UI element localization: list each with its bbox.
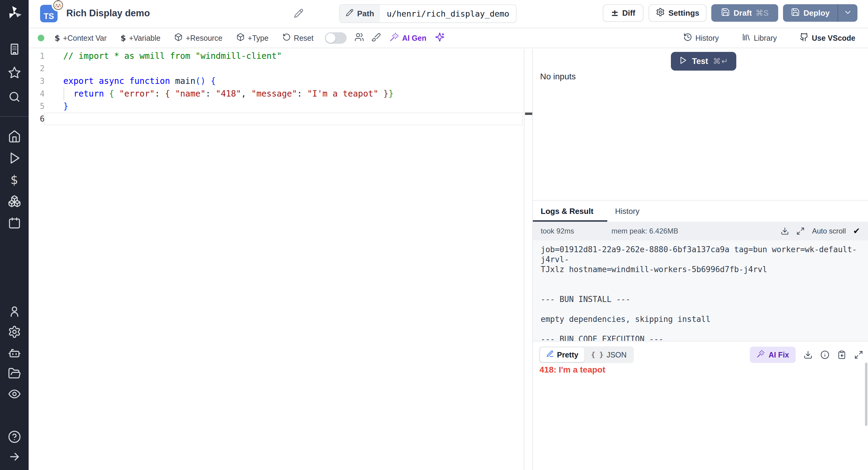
toolbar-item-label: +Type: [248, 34, 269, 42]
logs-output: job=01912d81-22a9-262e-8880-6bf3a137ca9a…: [533, 240, 868, 341]
ai-gen-label: AI Gen: [402, 34, 427, 42]
workers-robot-icon[interactable]: [7, 346, 22, 360]
edit-summary-pencil-icon[interactable]: [294, 8, 304, 19]
code-line[interactable]: 3export async function main() {: [29, 75, 532, 87]
line-number: 3: [29, 77, 44, 86]
status-dot: [38, 35, 44, 41]
ai-gen-button[interactable]: AI Gen: [384, 30, 431, 46]
log-actions: Auto scroll ✔: [781, 227, 860, 235]
download-logs-icon[interactable]: [781, 227, 789, 235]
deploy-button-label: Deploy: [804, 8, 830, 18]
toolbar-use-vscode-button[interactable]: Use VScode: [795, 30, 860, 46]
code-line[interactable]: 4 return { "error": { "name": "418", "me…: [29, 87, 532, 100]
toolbar-items: $+Context Var$+Variable+Resource+TypeRes…: [50, 30, 318, 46]
code-line-content: export async function main() {: [63, 76, 216, 86]
audit-eye-icon[interactable]: [7, 387, 22, 401]
path-label-segment[interactable]: Path: [340, 5, 380, 22]
editor-toolbar: $+Context Var$+Variable+Resource+TypeRes…: [29, 28, 868, 48]
folders-icon[interactable]: [7, 366, 22, 380]
diff-button[interactable]: ± Diff: [603, 4, 644, 22]
toolbar-item-label: +Context Var: [63, 34, 107, 42]
dollar-icon: $: [55, 34, 60, 42]
save-icon: [791, 7, 800, 19]
result-scrollbar[interactable]: [865, 362, 867, 426]
library-icon: [742, 33, 751, 43]
info-icon[interactable]: [820, 350, 830, 359]
path-label: Path: [357, 9, 374, 19]
pretty-tab[interactable]: Pretty: [540, 348, 584, 362]
test-button[interactable]: Test ⌘↵: [671, 52, 736, 70]
editor-overview-ruler[interactable]: [524, 49, 533, 470]
typescript-badge-label: TS: [44, 12, 54, 21]
json-tab[interactable]: { } JSON: [585, 348, 632, 362]
toolbar-context-var-button[interactable]: $+Context Var: [50, 31, 112, 45]
variables-dollar-icon[interactable]: $: [7, 173, 22, 187]
settings-button-label: Settings: [669, 8, 700, 18]
plus-minus-icon: ±: [611, 8, 618, 18]
toolbar-type-button[interactable]: +Type: [231, 30, 273, 46]
code-line[interactable]: 6: [29, 113, 532, 125]
baby-emoji-icon: [52, 0, 65, 11]
tab-history[interactable]: History: [607, 201, 653, 222]
resources-boxes-icon[interactable]: [7, 194, 22, 208]
code-line[interactable]: 1// import * as wmill from "windmill-cli…: [29, 50, 532, 62]
toolbar-item-label: Use VScode: [812, 34, 855, 42]
favorites-star-icon[interactable]: [7, 66, 22, 80]
toolbar-history-button[interactable]: History: [678, 30, 724, 46]
line-number: 2: [29, 64, 44, 73]
draft-button-label: Draft: [734, 8, 752, 18]
test-shortcut: ⌘↵: [713, 57, 729, 66]
settings-gear-icon[interactable]: [7, 325, 22, 339]
pen-icon: [546, 350, 554, 360]
windmill-logo-icon[interactable]: [7, 5, 22, 22]
toolbar-variable-button[interactable]: $+Variable: [116, 31, 165, 45]
search-icon[interactable]: [7, 90, 22, 104]
download-result-icon[interactable]: [804, 350, 812, 359]
toggle-knob: [326, 33, 336, 43]
settings-button[interactable]: Settings: [649, 4, 707, 22]
user-icon[interactable]: [7, 304, 22, 318]
toolbar-library-button[interactable]: Library: [737, 30, 781, 46]
package-icon: [174, 33, 183, 43]
expand-arrow-icon[interactable]: [7, 450, 22, 464]
copy-result-icon[interactable]: [837, 350, 846, 359]
toolbar-reset-button[interactable]: Reset: [278, 30, 318, 46]
line-number: 6: [29, 114, 44, 123]
tab-logs-result[interactable]: Logs & Result: [533, 201, 607, 222]
toolbar-resource-button[interactable]: +Resource: [169, 30, 227, 46]
toolbar-item-label: Library: [754, 34, 777, 42]
home-icon[interactable]: [7, 129, 22, 143]
auto-scroll-label[interactable]: Auto scroll: [812, 227, 846, 235]
deploy-dropdown-button[interactable]: [838, 4, 858, 22]
code-editor[interactable]: 1// import * as wmill from "windmill-cli…: [29, 49, 532, 470]
overview-cursor-mark: [525, 113, 533, 115]
runs-play-icon[interactable]: [7, 151, 22, 165]
code-line[interactable]: 2: [29, 62, 532, 75]
ai-sparkles-button[interactable]: [431, 30, 448, 46]
save-icon: [721, 7, 730, 19]
run-status-bar: took 92ms mem peak: 6.426MB Auto scroll …: [533, 222, 868, 240]
expand-result-icon[interactable]: [854, 350, 863, 359]
draft-button[interactable]: Draft ⌘S: [711, 4, 778, 22]
dollar-icon: $: [121, 34, 126, 42]
result-error-text: 418: I'm a teapot: [539, 365, 605, 375]
multiplayer-users-icon[interactable]: [351, 30, 368, 46]
ai-fix-button[interactable]: AI Fix: [750, 347, 796, 363]
wand-icon: [390, 32, 399, 44]
format-code-brush-icon[interactable]: [368, 30, 384, 46]
sparkles-icon: [435, 32, 444, 44]
line-number: 5: [29, 102, 44, 111]
diff-mode-toggle[interactable]: [325, 32, 347, 44]
schedules-calendar-icon[interactable]: [7, 216, 22, 230]
wand-icon: [756, 350, 765, 360]
expand-logs-icon[interactable]: [796, 227, 805, 235]
code-line[interactable]: 5}: [29, 100, 532, 113]
path-value[interactable]: u/henri/rich_display_demo: [380, 5, 516, 22]
play-icon: [679, 56, 687, 67]
deploy-button[interactable]: Deploy: [783, 4, 838, 22]
workspace-icon[interactable]: [7, 42, 22, 56]
help-icon[interactable]: [7, 430, 22, 444]
path-control[interactable]: Path u/henri/rich_display_demo: [339, 4, 517, 23]
top-bar: TS Rich Display demo Path u/henri/rich_d…: [29, 0, 868, 28]
run-panel: Test ⌘↵ No inputs Logs & ResultHistory t…: [533, 49, 868, 470]
